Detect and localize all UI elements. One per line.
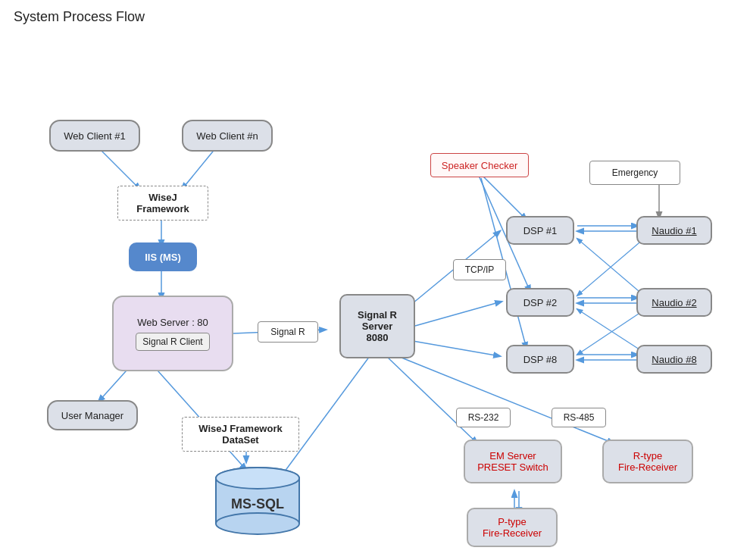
rs485-text: RS-485 [564, 412, 595, 423]
page-title: System Process Flow [0, 0, 750, 34]
web-server-label: Web Server : 80 [137, 317, 208, 328]
svg-line-0 [98, 148, 140, 189]
p-type-node: P-typeFire-Receiver [467, 508, 558, 547]
web-client-n-label: Web Client #n [196, 130, 258, 142]
signal-r-server-node: Signal RServer8080 [339, 294, 415, 358]
naudio2-node: Naudio #2 [636, 288, 712, 317]
svg-text:MS-SQL: MS-SQL [231, 496, 284, 512]
naudio1-label: Naudio #1 [652, 225, 696, 236]
naudio2-label: Naudio #2 [652, 297, 696, 308]
svg-line-11 [413, 341, 500, 356]
wisej-dataset-node: WiseJ FrameworkDataSet [182, 417, 299, 452]
web-client-n-node: Web Client #n [182, 120, 273, 152]
svg-line-12 [477, 171, 527, 220]
ms-sql-node: MS-SQL [205, 461, 311, 544]
svg-point-35 [216, 468, 299, 489]
iis-ms-node: IIS (MS) [129, 242, 197, 271]
signal-r-label-box: Signal R [258, 321, 318, 343]
speaker-checker-node: Speaker Checker [430, 153, 529, 177]
svg-line-10 [415, 302, 502, 326]
user-manager-label: User Manager [61, 410, 123, 421]
dsp1-label: DSP #1 [523, 225, 558, 236]
rs232-label: RS-232 [456, 408, 511, 427]
wisej-framework-label: WiseJFramework [136, 192, 189, 214]
speaker-checker-label: Speaker Checker [442, 160, 517, 171]
p-type-label: P-typeFire-Receiver [483, 516, 542, 539]
dsp1-node: DSP #1 [506, 216, 574, 245]
signal-r-client-label: Signal R Client [142, 336, 202, 347]
tcp-ip-text: TCP/IP [465, 264, 495, 275]
naudio8-label: Naudio #8 [652, 354, 696, 365]
svg-line-1 [182, 148, 216, 189]
dsp8-node: DSP #8 [506, 345, 574, 374]
wisej-dataset-label: WiseJ FrameworkDataSet [198, 423, 282, 446]
dsp2-node: DSP #2 [506, 288, 574, 317]
em-server-label: EM ServerPRESET Switch [477, 450, 548, 473]
svg-point-34 [216, 513, 299, 534]
user-manager-node: User Manager [47, 400, 138, 430]
svg-line-26 [386, 356, 477, 443]
web-client-1-label: Web Client #1 [64, 130, 125, 142]
emergency-node: Emergency [589, 161, 680, 185]
tcp-ip-label: TCP/IP [453, 259, 506, 280]
web-client-1-node: Web Client #1 [49, 120, 140, 152]
rs485-label: RS-485 [552, 408, 606, 427]
svg-line-22 [577, 239, 644, 296]
svg-line-24 [577, 309, 645, 355]
naudio1-node: Naudio #1 [636, 216, 712, 245]
web-server-node: Web Server : 80 Signal R Client [112, 296, 233, 371]
dsp8-label: DSP #8 [523, 354, 558, 365]
signal-r-client-box: Signal R Client [136, 333, 209, 351]
wisej-framework-node: WiseJFramework [117, 186, 208, 221]
signal-r-label: Signal R [270, 327, 305, 337]
r-type-node: R-typeFire-Receiver [602, 440, 693, 483]
dsp2-label: DSP #2 [523, 297, 558, 308]
iis-ms-label: IIS (MS) [145, 252, 181, 263]
r-type-label: R-typeFire-Receiver [618, 450, 677, 473]
svg-line-23 [577, 239, 644, 296]
em-server-node: EM ServerPRESET Switch [464, 440, 562, 483]
rs232-text: RS-232 [468, 412, 499, 423]
naudio8-node: Naudio #8 [636, 345, 712, 374]
svg-line-25 [577, 309, 644, 352]
emergency-label: Emergency [612, 167, 658, 178]
signal-r-server-label: Signal RServer8080 [358, 309, 397, 343]
